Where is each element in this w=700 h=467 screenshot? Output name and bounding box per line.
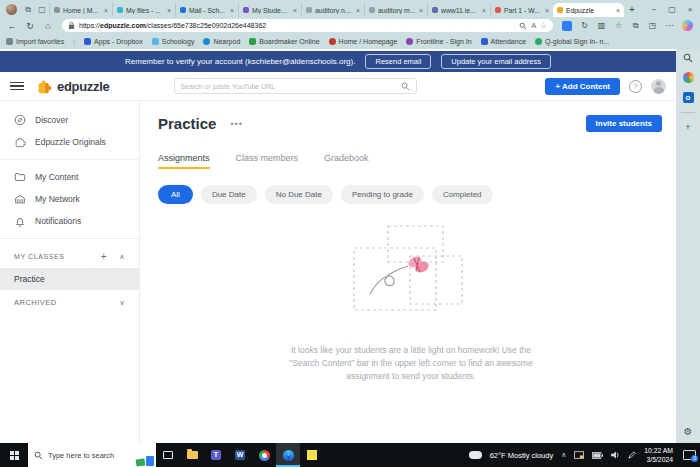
- sidebar-archived[interactable]: ARCHIVED ∨: [0, 290, 139, 315]
- tab-close-icon[interactable]: ×: [356, 7, 360, 14]
- browser-tab[interactable]: Mail - Sch...×: [175, 3, 238, 17]
- snip-icon[interactable]: [574, 451, 584, 459]
- browser-tab[interactable]: auditory n...×: [301, 3, 364, 17]
- pinned-extension-icon[interactable]: [562, 21, 572, 31]
- volume-icon[interactable]: [611, 451, 620, 459]
- tab-close-icon[interactable]: ×: [293, 7, 297, 14]
- new-tab-button[interactable]: +: [624, 4, 640, 15]
- bookmark-import-favorites[interactable]: Import favorites: [6, 38, 64, 45]
- browser-profile-avatar[interactable]: [6, 4, 17, 15]
- taskbar-search[interactable]: Type here to search: [28, 443, 156, 467]
- content-search-bar[interactable]: [174, 78, 417, 94]
- filter-all[interactable]: All: [158, 185, 193, 204]
- address-bar[interactable]: https://edpuzzle.com/classes/65e738c25e0…: [62, 19, 553, 32]
- outlook-icon[interactable]: o: [683, 92, 694, 103]
- read-aloud-icon[interactable]: A: [531, 21, 536, 30]
- extensions-icon[interactable]: ◳: [645, 21, 660, 30]
- tab-close-icon[interactable]: ×: [545, 7, 549, 14]
- tab-close-icon[interactable]: ×: [104, 7, 108, 14]
- sidebar-item-edpuzzle-originals[interactable]: Edpuzzle Originals: [0, 131, 139, 153]
- sticky-notes-button[interactable]: [300, 443, 324, 467]
- back-button[interactable]: ←: [4, 21, 20, 31]
- favorite-star-icon[interactable]: ☆: [540, 21, 547, 30]
- sidebar-class-practice[interactable]: Practice: [0, 268, 139, 290]
- class-options-icon[interactable]: •••: [230, 119, 242, 129]
- sidebar-item-my-content[interactable]: My Content: [0, 166, 139, 188]
- tab-close-icon[interactable]: ×: [482, 7, 486, 14]
- add-content-button[interactable]: + Add Content: [545, 78, 620, 95]
- task-view-button[interactable]: [156, 443, 180, 467]
- minimize-button[interactable]: −: [646, 5, 662, 14]
- history-icon[interactable]: ↻: [577, 21, 592, 30]
- bookmark-apps-dropbox[interactable]: Apps - Dropbox: [84, 38, 143, 45]
- bookmark-boardmaker[interactable]: Boardmaker Online: [249, 38, 319, 45]
- weather-text[interactable]: 62°F Mostly cloudy: [490, 451, 553, 460]
- bookmark-nearpod[interactable]: Nearpod: [203, 38, 240, 45]
- tab-close-icon[interactable]: ×: [419, 7, 423, 14]
- file-explorer-button[interactable]: [180, 443, 204, 467]
- bookmark-qglobal[interactable]: Q-global Sign In- n...: [535, 38, 609, 45]
- pen-icon[interactable]: [628, 451, 636, 459]
- collapse-classes-icon[interactable]: ∧: [119, 253, 125, 261]
- m365-copilot-icon[interactable]: [683, 72, 694, 83]
- browser-tab[interactable]: My files - ...×: [112, 3, 175, 17]
- sidebar-item-discover[interactable]: Discover: [0, 109, 139, 131]
- add-class-icon[interactable]: +: [101, 251, 107, 262]
- search-in-page-icon[interactable]: [519, 22, 527, 30]
- update-email-button[interactable]: Update your email address: [441, 54, 551, 69]
- tab-favicon: [306, 7, 312, 13]
- tab-close-icon[interactable]: ×: [616, 7, 620, 14]
- close-button[interactable]: ×: [682, 5, 698, 14]
- edpuzzle-logo[interactable]: edpuzzle: [36, 78, 110, 94]
- browser-tab[interactable]: auditory m...×: [364, 3, 427, 17]
- more-menu-icon[interactable]: ⋯: [662, 21, 677, 30]
- favorites-icon[interactable]: ☆: [611, 21, 626, 30]
- refresh-button[interactable]: ↻: [22, 21, 38, 31]
- filter-completed[interactable]: Completed: [432, 185, 493, 204]
- start-button[interactable]: [0, 443, 28, 467]
- edge-button-active[interactable]: [276, 443, 300, 467]
- chrome-button[interactable]: [252, 443, 276, 467]
- browser-tab[interactable]: Home | M...×: [49, 3, 112, 17]
- tab-search-icon[interactable]: ▢: [35, 4, 49, 16]
- copilot-icon[interactable]: [682, 20, 693, 31]
- browser-tab[interactable]: My Studen...×: [238, 3, 301, 17]
- tab-close-icon[interactable]: ×: [230, 7, 234, 14]
- menu-icon[interactable]: [10, 82, 24, 91]
- browser-tab[interactable]: Part 1 - W...×: [490, 3, 553, 17]
- filter-due-date[interactable]: Due Date: [201, 185, 257, 204]
- tab-close-icon[interactable]: ×: [167, 7, 171, 14]
- filter-no-due-date[interactable]: No Due Date: [265, 185, 333, 204]
- invite-students-button[interactable]: Invite students: [586, 115, 662, 132]
- teams-button[interactable]: T: [204, 443, 228, 467]
- user-avatar[interactable]: [651, 79, 666, 94]
- home-button[interactable]: ⌂: [40, 21, 56, 31]
- sidebar-settings-icon[interactable]: ⚙: [684, 426, 693, 437]
- sidebar-search-icon[interactable]: [683, 53, 693, 63]
- battery-icon[interactable]: [592, 452, 603, 459]
- notification-center-icon[interactable]: 3: [683, 450, 696, 460]
- sidebar-item-notifications[interactable]: Notifications: [0, 210, 139, 232]
- bookmark-schoology[interactable]: Schoology: [152, 38, 195, 45]
- sidebar-item-my-network[interactable]: My Network: [0, 188, 139, 210]
- resend-email-button[interactable]: Resend email: [365, 54, 431, 69]
- maximize-button[interactable]: ▢: [664, 5, 680, 14]
- bookmark-attendance[interactable]: Attendance: [481, 38, 526, 45]
- browser-tab[interactable]: www11.ie...×: [427, 3, 490, 17]
- bookmark-homepage[interactable]: Home / Homepage: [329, 38, 398, 45]
- workspaces-icon[interactable]: ⧉: [21, 4, 35, 16]
- split-screen-icon[interactable]: ▥: [594, 21, 609, 30]
- add-sidebar-app-icon[interactable]: +: [685, 122, 690, 132]
- clock[interactable]: 10:22 AM 3/5/2024: [644, 446, 673, 464]
- content-search-input[interactable]: [181, 83, 401, 90]
- word-button[interactable]: W: [228, 443, 252, 467]
- filter-pending-to-grade[interactable]: Pending to grade: [341, 185, 424, 204]
- bookmark-frontline[interactable]: Frontline - Sign In: [406, 38, 471, 45]
- browser-tab-active-edpuzzle[interactable]: Edpuzzle×: [553, 3, 624, 17]
- tab-gradebook[interactable]: Gradebook: [324, 153, 369, 169]
- hidden-icons-caret[interactable]: ∧: [561, 451, 566, 459]
- tab-assignments[interactable]: Assignments: [158, 153, 210, 169]
- collections-icon[interactable]: ⧉: [628, 21, 643, 31]
- help-icon[interactable]: ?: [629, 80, 642, 93]
- tab-class-members[interactable]: Class members: [236, 153, 299, 169]
